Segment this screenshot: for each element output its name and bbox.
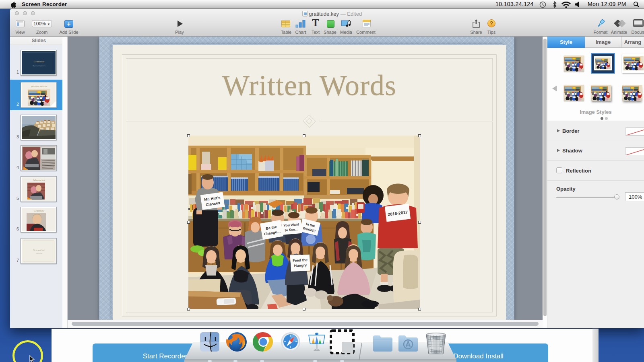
svg-text:Feed the: Feed the <box>293 258 308 263</box>
svg-text:Hungry: Hungry <box>294 263 307 268</box>
